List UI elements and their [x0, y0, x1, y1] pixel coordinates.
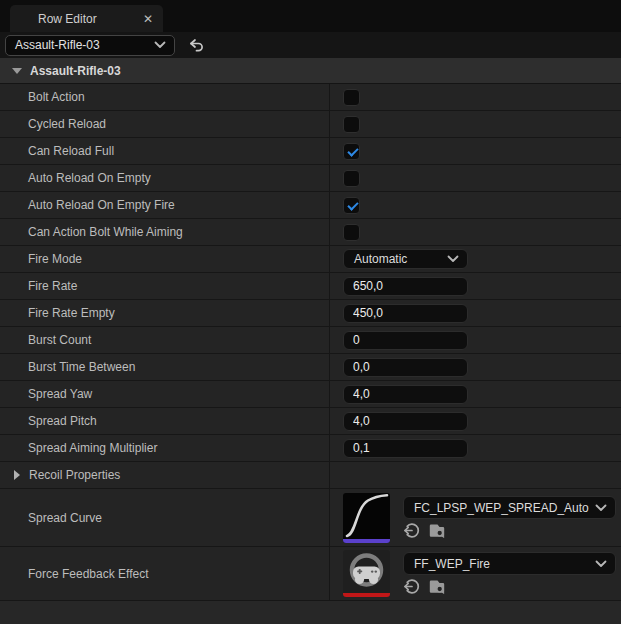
- property-label: Fire Mode: [28, 252, 82, 266]
- tab-title: Row Editor: [38, 12, 143, 26]
- property-label: Auto Reload On Empty: [28, 171, 151, 185]
- section-header-assault-rifle-03[interactable]: Assault-Rifle-03: [0, 58, 621, 84]
- property-row-auto-reload-on-empty: Auto Reload On Empty: [0, 165, 621, 192]
- use-selected-asset-button[interactable]: [403, 522, 420, 539]
- property-label: Burst Count: [28, 333, 91, 347]
- property-row-can-reload-full: Can Reload Full: [0, 138, 621, 165]
- undo-arrow-icon: [188, 38, 205, 53]
- use-selected-asset-icon: [403, 578, 420, 595]
- property-row-burst-time-between: Burst Time Between: [0, 354, 621, 381]
- expanded-arrow-icon[interactable]: [12, 68, 22, 74]
- property-row-fire-mode: Fire Mode Automatic: [0, 246, 621, 273]
- use-selected-asset-button[interactable]: [403, 578, 420, 595]
- browse-to-asset-button[interactable]: [428, 522, 446, 539]
- browse-to-asset-button[interactable]: [428, 578, 446, 595]
- section-title: Assault-Rifle-03: [30, 64, 121, 78]
- property-row-spread-curve: Spread Curve FC_LPSP_WEP_SPREAD_Auto: [0, 489, 621, 547]
- feedback-type-color-strip: [343, 593, 390, 597]
- row-editor-window: Row Editor ✕ Assault-Rifle-03 Assault-Ri…: [0, 0, 621, 624]
- property-label: Force Feedback Effect: [28, 567, 149, 581]
- spread-curve-asset-value: FC_LPSP_WEP_SPREAD_Auto: [414, 501, 595, 515]
- property-row-auto-reload-on-empty-fire: Auto Reload On Empty Fire: [0, 192, 621, 219]
- close-icon[interactable]: ✕: [143, 13, 153, 25]
- fire-mode-dropdown[interactable]: Automatic: [343, 249, 468, 269]
- curve-type-color-strip: [343, 539, 390, 543]
- can-action-bolt-while-aiming-checkbox[interactable]: [343, 224, 360, 241]
- burst-time-between-input[interactable]: [343, 358, 468, 377]
- auto-reload-on-empty-checkbox[interactable]: [343, 170, 360, 187]
- property-label: Bolt Action: [28, 90, 85, 104]
- tab-bar: Row Editor ✕: [0, 0, 621, 32]
- float-curve-icon: [343, 493, 390, 539]
- property-label: Can Action Bolt While Aiming: [28, 225, 183, 239]
- force-feedback-asset-dropdown[interactable]: FF_WEP_Fire: [403, 552, 616, 575]
- tab-row-editor[interactable]: Row Editor ✕: [10, 5, 163, 32]
- property-label: Spread Curve: [28, 511, 102, 525]
- row-selector-dropdown[interactable]: Assault-Rifle-03: [5, 35, 175, 56]
- fire-rate-empty-input[interactable]: [343, 304, 468, 323]
- property-label: Burst Time Between: [28, 360, 135, 374]
- spread-curve-thumbnail[interactable]: [343, 493, 390, 543]
- undo-button[interactable]: [188, 38, 205, 53]
- property-row-cycled-reload: Cycled Reload: [0, 111, 621, 138]
- use-selected-asset-icon: [403, 522, 420, 539]
- can-reload-full-checkbox[interactable]: [343, 143, 360, 160]
- panel-footer: [0, 601, 621, 624]
- spread-aiming-multiplier-input[interactable]: [343, 439, 468, 458]
- property-label: Recoil Properties: [29, 468, 120, 482]
- collapsed-arrow-icon[interactable]: [14, 470, 20, 480]
- chevron-down-icon: [154, 41, 166, 49]
- property-label: Spread Pitch: [28, 414, 97, 428]
- force-feedback-thumbnail[interactable]: [343, 550, 390, 597]
- browse-to-asset-icon: [428, 522, 446, 539]
- property-label: Auto Reload On Empty Fire: [28, 198, 175, 212]
- burst-count-input[interactable]: [343, 331, 468, 350]
- property-label: Fire Rate Empty: [28, 306, 115, 320]
- fire-mode-value: Automatic: [354, 252, 447, 266]
- property-row-spread-pitch: Spread Pitch: [0, 408, 621, 435]
- bolt-action-checkbox[interactable]: [343, 89, 360, 106]
- row-selector-value: Assault-Rifle-03: [15, 38, 154, 52]
- property-label: Can Reload Full: [28, 144, 114, 158]
- property-row-spread-aiming-multiplier: Spread Aiming Multiplier: [0, 435, 621, 462]
- spread-pitch-input[interactable]: [343, 412, 468, 431]
- toolbar: Assault-Rifle-03: [0, 32, 621, 58]
- spread-yaw-input[interactable]: [343, 385, 468, 404]
- gamepad-icon: [343, 550, 390, 593]
- chevron-down-icon: [595, 504, 607, 512]
- auto-reload-on-empty-fire-checkbox[interactable]: [343, 197, 360, 214]
- force-feedback-asset-value: FF_WEP_Fire: [414, 557, 595, 571]
- chevron-down-icon: [447, 255, 459, 263]
- spread-curve-asset-dropdown[interactable]: FC_LPSP_WEP_SPREAD_Auto: [403, 496, 616, 519]
- property-label: Fire Rate: [28, 279, 77, 293]
- chevron-down-icon: [595, 560, 607, 568]
- property-row-force-feedback-effect: Force Feedback Effect: [0, 547, 621, 601]
- property-label: Spread Aiming Multiplier: [28, 441, 157, 455]
- property-row-bolt-action: Bolt Action: [0, 84, 621, 111]
- property-row-fire-rate: Fire Rate: [0, 273, 621, 300]
- property-label: Spread Yaw: [28, 387, 92, 401]
- property-row-can-action-bolt-while-aiming: Can Action Bolt While Aiming: [0, 219, 621, 246]
- property-row-spread-yaw: Spread Yaw: [0, 381, 621, 408]
- browse-to-asset-icon: [428, 578, 446, 595]
- property-row-fire-rate-empty: Fire Rate Empty: [0, 300, 621, 327]
- property-row-recoil-properties[interactable]: Recoil Properties: [0, 462, 621, 489]
- property-row-burst-count: Burst Count: [0, 327, 621, 354]
- property-label: Cycled Reload: [28, 117, 106, 131]
- cycled-reload-checkbox[interactable]: [343, 116, 360, 133]
- fire-rate-input[interactable]: [343, 277, 468, 296]
